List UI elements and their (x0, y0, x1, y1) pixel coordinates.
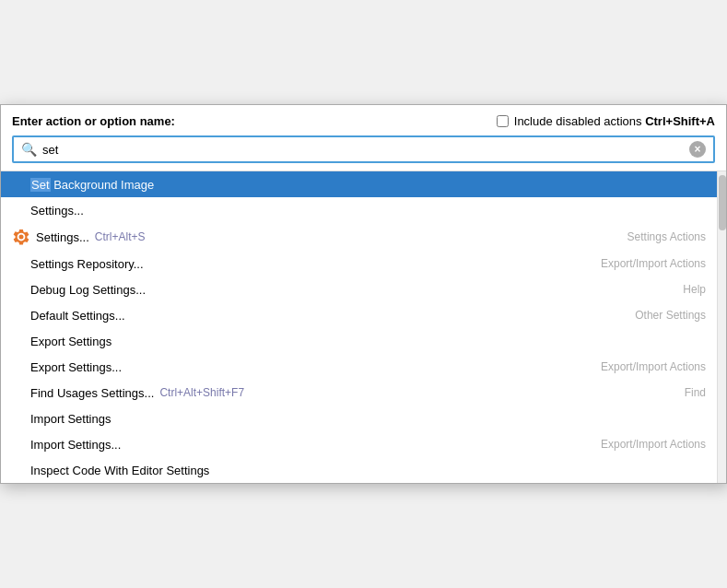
item-name: Export Settings... (30, 360, 122, 374)
item-text: Settings Repository... (30, 257, 582, 271)
item-text: Export Settings... (30, 360, 582, 374)
item-text: Export Settings (30, 335, 706, 348)
item-text: Import Settings... (30, 438, 582, 452)
item-name: Import Settings (30, 412, 111, 426)
action-search-dialog: Enter action or option name: Include dis… (0, 104, 727, 484)
item-name: Set Background Image (30, 178, 154, 192)
item-text: Find Usages Settings... Ctrl+Alt+Shift+F… (30, 386, 666, 400)
header-row: Enter action or option name: Include dis… (1, 105, 726, 135)
item-name: Debug Log Settings... (30, 283, 146, 297)
results-wrapper: Set Background Image Settings... (1, 171, 726, 483)
clear-icon[interactable]: × (689, 141, 706, 158)
list-item[interactable]: Export Settings (1, 328, 717, 354)
item-name: Settings... (30, 204, 84, 218)
list-item[interactable]: Export Settings... Export/Import Actions (1, 354, 717, 380)
scrollbar[interactable] (717, 171, 726, 483)
list-item[interactable]: Settings Repository... Export/Import Act… (1, 251, 717, 276)
item-category: Help (664, 283, 706, 296)
list-item[interactable]: Settings... (1, 197, 717, 223)
results-list: Set Background Image Settings... (1, 171, 717, 483)
search-box: 🔍 × (12, 135, 715, 163)
item-name: Inspect Code With Editor Settings (30, 464, 209, 477)
item-text: Settings... (30, 204, 706, 218)
item-text: Import Settings (30, 412, 706, 426)
item-category: Export/Import Actions (582, 360, 706, 373)
list-item[interactable]: Import Settings... Export/Import Actions (1, 431, 717, 457)
include-disabled-container: Include disabled actions Ctrl+Shift+A (497, 114, 715, 128)
list-item[interactable]: Inspect Code With Editor Settings (1, 457, 717, 483)
item-shortcut: Ctrl+Alt+S (95, 230, 146, 243)
item-name: Settings Repository... (30, 257, 144, 271)
scrollbar-thumb[interactable] (719, 175, 726, 230)
include-disabled-shortcut: Ctrl+Shift+A (645, 114, 715, 128)
list-item[interactable]: Import Settings (1, 406, 717, 431)
item-text: Settings... Ctrl+Alt+S (36, 230, 609, 244)
gear-icon (12, 228, 30, 246)
item-name: Find Usages Settings... (30, 386, 154, 400)
header-label: Enter action or option name: (12, 114, 175, 128)
item-name: Import Settings... (30, 438, 121, 452)
search-icon: 🔍 (21, 142, 37, 157)
list-item[interactable]: Find Usages Settings... Ctrl+Alt+Shift+F… (1, 380, 717, 406)
list-item[interactable]: Default Settings... Other Settings (1, 302, 717, 328)
search-input[interactable] (42, 143, 684, 157)
include-disabled-checkbox[interactable] (497, 115, 509, 127)
item-name: Export Settings (30, 335, 111, 348)
item-category: Other Settings (616, 309, 706, 322)
include-disabled-label[interactable]: Include disabled actions Ctrl+Shift+A (514, 114, 715, 128)
item-name: Settings... (36, 230, 89, 244)
highlight-span: Set (30, 178, 51, 192)
item-text: Default Settings... (30, 309, 616, 323)
item-category: Find (666, 386, 706, 399)
item-name: Default Settings... (30, 309, 125, 323)
list-item[interactable]: Set Background Image (1, 171, 717, 197)
item-shortcut: Ctrl+Alt+Shift+F7 (159, 386, 244, 399)
list-item[interactable]: Debug Log Settings... Help (1, 276, 717, 302)
item-category: Settings Actions (609, 230, 706, 243)
item-category: Export/Import Actions (582, 438, 706, 451)
item-category: Export/Import Actions (582, 257, 706, 270)
item-text: Inspect Code With Editor Settings (30, 464, 706, 477)
list-item[interactable]: Settings... Ctrl+Alt+S Settings Actions (1, 223, 717, 251)
search-row: 🔍 × (1, 135, 726, 171)
item-text: Debug Log Settings... (30, 283, 664, 297)
item-text: Set Background Image (30, 178, 706, 192)
